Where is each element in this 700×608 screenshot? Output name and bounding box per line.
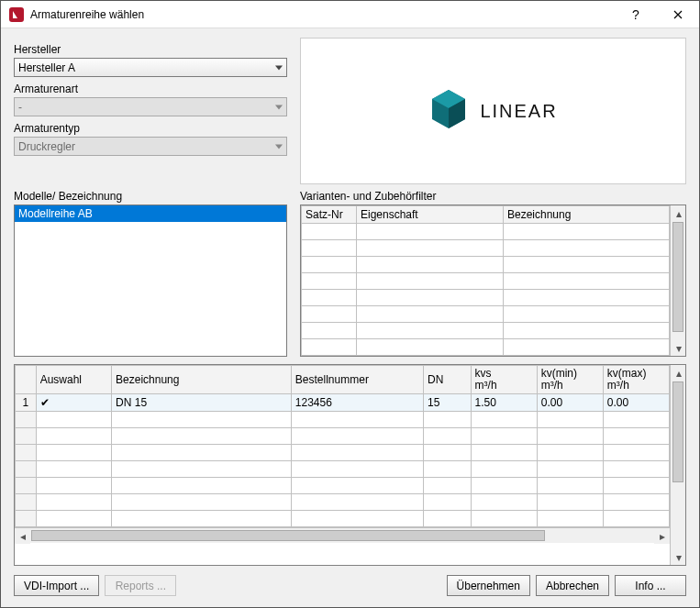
scroll-right-icon[interactable]: ▸ bbox=[654, 528, 670, 544]
armaturentyp-combo: Druckregler bbox=[14, 137, 287, 156]
modelle-item[interactable]: Modellreihe AB bbox=[15, 205, 286, 222]
hscroll-thumb[interactable] bbox=[31, 530, 545, 541]
check-icon: ✔ bbox=[40, 396, 50, 409]
close-button[interactable] bbox=[657, 1, 699, 28]
content-area: Hersteller Hersteller A Armaturenart - A… bbox=[1, 28, 699, 607]
vdi-import-button[interactable]: VDI-Import ... bbox=[14, 575, 99, 596]
scroll-thumb[interactable] bbox=[672, 381, 683, 482]
svg-rect-0 bbox=[9, 7, 24, 22]
hersteller-label: Hersteller bbox=[14, 43, 287, 56]
row-bestellnummer: 123456 bbox=[291, 394, 423, 412]
row-kvs: 1.50 bbox=[471, 394, 537, 412]
col-rownum[interactable] bbox=[16, 366, 37, 394]
brand-logo-icon bbox=[428, 88, 469, 134]
help-button[interactable]: ? bbox=[615, 1, 657, 28]
col-kvmin[interactable]: kv(min)m³/h bbox=[537, 366, 603, 394]
chevron-down-icon bbox=[275, 105, 283, 109]
table-row[interactable]: 1 ✔ DN 15 123456 15 1.50 0.00 0.00 bbox=[16, 394, 670, 412]
row-auswahl-check[interactable]: ✔ bbox=[36, 394, 111, 412]
varianten-grid[interactable]: Satz-Nr Eigenschaft Bezeichnung bbox=[300, 205, 686, 357]
col-bezeichnung[interactable]: Bezeichnung bbox=[112, 366, 292, 394]
col-dn[interactable]: DN bbox=[424, 366, 472, 394]
chevron-down-icon bbox=[275, 144, 283, 149]
hersteller-combo[interactable]: Hersteller A bbox=[14, 58, 287, 77]
varianten-label: Varianten- und Zubehörfilter bbox=[300, 190, 686, 203]
armaturentyp-label: Armaturentyp bbox=[14, 122, 287, 135]
armaturentyp-value: Druckregler bbox=[18, 140, 75, 153]
main-vscrollbar[interactable]: ▴ ▾ bbox=[670, 365, 685, 565]
brand-preview: LINEAR bbox=[300, 38, 686, 184]
chevron-down-icon bbox=[275, 65, 283, 70]
titlebar: Armaturenreihe wählen ? bbox=[1, 1, 699, 28]
abbrechen-button[interactable]: Abbrechen bbox=[536, 575, 609, 596]
col-bestellnummer[interactable]: Bestellnummer bbox=[291, 366, 423, 394]
footer-buttons: VDI-Import ... Reports ... Übernehmen Ab… bbox=[14, 575, 686, 596]
window-title: Armaturenreihe wählen bbox=[30, 8, 144, 21]
row-kvmax: 0.00 bbox=[603, 394, 669, 412]
dialog-window: Armaturenreihe wählen ? Hersteller Herst… bbox=[0, 0, 700, 608]
armaturenart-combo: - bbox=[14, 97, 287, 116]
armaturenart-value: - bbox=[18, 101, 22, 114]
main-hscrollbar[interactable]: ◂ ▸ bbox=[15, 527, 670, 543]
row-dn: 15 bbox=[424, 394, 472, 412]
row-kvmin: 0.00 bbox=[537, 394, 603, 412]
col-bezeichnung[interactable]: Bezeichnung bbox=[504, 206, 670, 224]
scroll-left-icon[interactable]: ◂ bbox=[15, 528, 30, 544]
modelle-listbox[interactable]: Modellreihe AB bbox=[14, 205, 287, 357]
row-number: 1 bbox=[16, 394, 37, 412]
main-grid[interactable]: Auswahl Bezeichnung Bestellnummer DN kvs… bbox=[14, 364, 686, 566]
varianten-scrollbar[interactable]: ▴ ▾ bbox=[670, 205, 685, 356]
col-satznr[interactable]: Satz-Nr bbox=[302, 206, 357, 224]
modelle-label: Modelle/ Bezeichnung bbox=[14, 190, 287, 203]
scroll-up-icon[interactable]: ▴ bbox=[671, 365, 686, 381]
row-bezeichnung: DN 15 bbox=[112, 394, 292, 412]
armaturenart-label: Armaturenart bbox=[14, 83, 287, 95]
scroll-down-icon[interactable]: ▾ bbox=[671, 549, 686, 565]
hersteller-value: Hersteller A bbox=[18, 61, 75, 74]
info-button[interactable]: Info ... bbox=[615, 575, 686, 596]
uebernehmen-button[interactable]: Übernehmen bbox=[447, 575, 530, 596]
brand-name: LINEAR bbox=[480, 101, 557, 122]
scroll-up-icon[interactable]: ▴ bbox=[671, 205, 686, 221]
col-auswahl[interactable]: Auswahl bbox=[36, 366, 111, 394]
col-kvmax[interactable]: kv(max)m³/h bbox=[603, 366, 669, 394]
scroll-thumb[interactable] bbox=[672, 222, 683, 332]
col-eigenschaft[interactable]: Eigenschaft bbox=[357, 206, 504, 224]
reports-button: Reports ... bbox=[105, 575, 176, 596]
app-icon bbox=[8, 6, 25, 23]
col-kvs[interactable]: kvsm³/h bbox=[471, 366, 537, 394]
scroll-down-icon[interactable]: ▾ bbox=[671, 340, 686, 356]
